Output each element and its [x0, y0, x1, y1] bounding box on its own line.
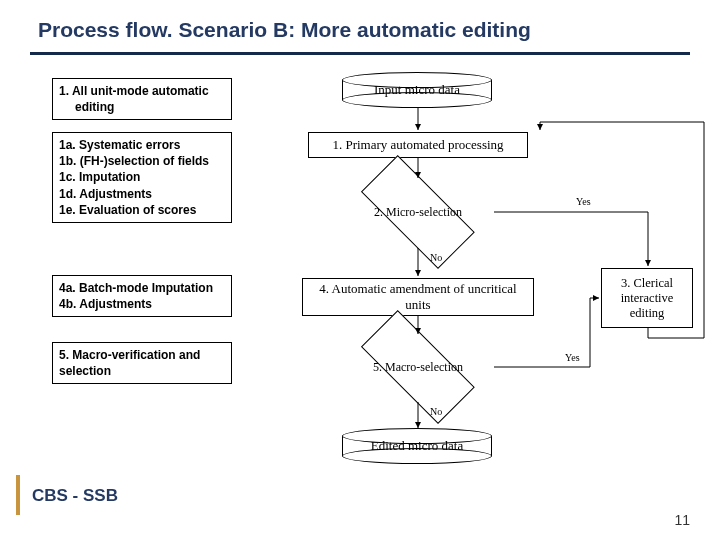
footer-label: CBS - SSB — [32, 486, 118, 506]
page-title: Process flow. Scenario B: More automatic… — [38, 18, 531, 42]
lb5-l1: 5. Macro-verification and — [59, 347, 225, 363]
label-yes-2: Yes — [565, 352, 580, 363]
left-box-5: 5. Macro-verification and selection — [52, 342, 232, 384]
label-no-2: No — [430, 406, 442, 417]
cylinder-input-label: Input micro data — [342, 82, 492, 98]
step-2-label: 2. Micro-selection — [340, 205, 496, 220]
step-4-label: 4. Automatic amendment of uncritical uni… — [309, 281, 527, 313]
cylinder-output-label: Edited micro data — [342, 438, 492, 454]
label-no-1: No — [430, 252, 442, 263]
step-1-label: 1. Primary automated processing — [332, 137, 503, 153]
label-yes-1: Yes — [576, 196, 591, 207]
lb1a-l4: 1d. Adjustments — [59, 186, 225, 202]
step-1: 1. Primary automated processing — [308, 132, 528, 158]
cylinder-output: Edited micro data — [342, 428, 492, 464]
step-4: 4. Automatic amendment of uncritical uni… — [302, 278, 534, 316]
footer-accent — [16, 475, 20, 515]
page-number: 11 — [674, 512, 690, 528]
left-box-4: 4a. Batch-mode Imputation 4b. Adjustment… — [52, 275, 232, 317]
slide: Process flow. Scenario B: More automatic… — [0, 0, 720, 540]
step-3: 3. Clerical interactive editing — [601, 268, 693, 328]
lb4-l1: 4a. Batch-mode Imputation — [59, 280, 225, 296]
title-rule — [30, 52, 690, 55]
lb1a-l5: 1e. Evaluation of scores — [59, 202, 225, 218]
lb4-l2: 4b. Adjustments — [59, 296, 225, 312]
lb1a-l2: 1b. (FH-)selection of fields — [59, 153, 225, 169]
left-box-1a: 1a. Systematic errors 1b. (FH-)selection… — [52, 132, 232, 223]
step-5-decision: 5. Macro-selection — [340, 330, 496, 404]
lb1a-l3: 1c. Imputation — [59, 169, 225, 185]
lb1-line1: 1. All unit-mode automatic — [59, 83, 225, 99]
step-2-decision: 2. Micro-selection — [340, 175, 496, 249]
left-box-1: 1. All unit-mode automatic editing — [52, 78, 232, 120]
step-5-label: 5. Macro-selection — [340, 360, 496, 375]
lb1a-l1: 1a. Systematic errors — [59, 137, 225, 153]
step-3-label: 3. Clerical interactive editing — [608, 276, 686, 321]
cylinder-input: Input micro data — [342, 72, 492, 108]
lb5-l2: selection — [59, 363, 225, 379]
lb1-line2: editing — [59, 99, 225, 115]
